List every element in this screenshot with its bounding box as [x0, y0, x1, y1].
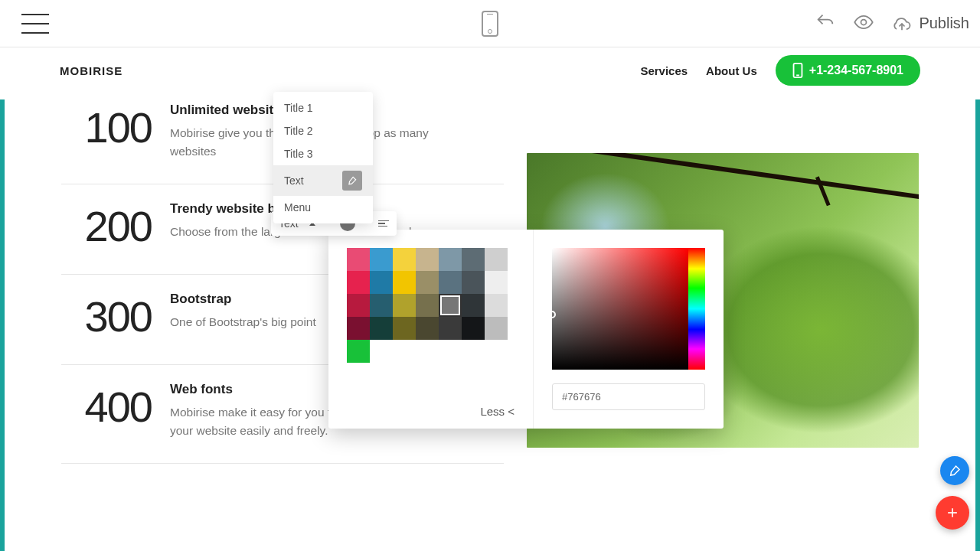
- color-swatch[interactable]: [485, 248, 508, 271]
- selection-border-left: [0, 99, 5, 551]
- color-swatch[interactable]: [393, 271, 416, 294]
- color-swatch[interactable]: [347, 271, 370, 294]
- feature-number: 400: [61, 382, 152, 440]
- brush-icon: [342, 171, 362, 191]
- color-swatch[interactable]: [416, 294, 439, 317]
- color-swatch[interactable]: [416, 248, 439, 271]
- preview-button[interactable]: [853, 11, 874, 36]
- color-swatch[interactable]: [347, 317, 370, 340]
- hex-input[interactable]: [552, 383, 705, 410]
- sv-panel[interactable]: [552, 248, 705, 370]
- device-preview-button[interactable]: [482, 11, 498, 37]
- feature-description[interactable]: One of Bootstrap's big point: [170, 313, 316, 331]
- style-option-label: Text: [284, 174, 304, 187]
- feature-number: 200: [61, 201, 152, 251]
- hamburger-menu-icon[interactable]: [21, 14, 49, 34]
- color-swatch[interactable]: [370, 294, 393, 317]
- feature-number: 100: [61, 103, 152, 161]
- hue-slider[interactable]: [688, 248, 705, 370]
- color-swatch[interactable]: [370, 271, 393, 294]
- selection-border-right: [975, 99, 980, 551]
- color-swatch[interactable]: [347, 340, 370, 363]
- undo-button[interactable]: [815, 11, 836, 36]
- color-swatch[interactable]: [370, 248, 393, 271]
- color-swatch[interactable]: [485, 271, 508, 294]
- color-swatch[interactable]: [416, 271, 439, 294]
- publish-label: Publish: [919, 15, 969, 32]
- plus-icon: [945, 505, 960, 520]
- style-option-title-2[interactable]: Title 2: [273, 119, 373, 142]
- color-swatch[interactable]: [439, 294, 462, 317]
- image-branch-decoration: [527, 153, 919, 201]
- style-fab[interactable]: [940, 456, 969, 485]
- site-header: MOBIRISE Services About Us +1-234-567-89…: [0, 47, 980, 93]
- brand-logo[interactable]: MOBIRISE: [60, 64, 122, 77]
- color-swatch[interactable]: [439, 271, 462, 294]
- undo-icon: [815, 11, 836, 33]
- publish-button[interactable]: Publish: [891, 13, 969, 34]
- color-swatch[interactable]: [462, 271, 485, 294]
- color-picker: Less <: [328, 230, 724, 429]
- cloud-upload-icon: [891, 13, 913, 34]
- align-icon[interactable]: [378, 220, 389, 227]
- color-swatch[interactable]: [347, 294, 370, 317]
- eye-icon: [853, 11, 874, 33]
- color-swatch[interactable]: [347, 248, 370, 271]
- style-option-text[interactable]: Text: [273, 165, 373, 196]
- nav-about[interactable]: About Us: [706, 64, 757, 77]
- brush-icon: [948, 464, 962, 478]
- nav: Services About Us +1-234-567-8901: [640, 55, 920, 86]
- add-block-fab[interactable]: [936, 496, 969, 530]
- color-swatch[interactable]: [393, 294, 416, 317]
- style-option-label: Title 1: [284, 102, 313, 114]
- style-option-label: Title 3: [284, 148, 313, 160]
- swatch-extra-row: [347, 340, 514, 363]
- color-swatch[interactable]: [416, 317, 439, 340]
- less-toggle[interactable]: Less <: [480, 405, 514, 418]
- style-option-title-3[interactable]: Title 3: [273, 142, 373, 165]
- style-option-label: Menu: [284, 201, 311, 214]
- color-swatch[interactable]: [462, 294, 485, 317]
- style-option-label: Title 2: [284, 125, 313, 137]
- swatch-grid: [347, 248, 514, 340]
- app-toolbar: Publish: [0, 0, 980, 47]
- color-swatch[interactable]: [370, 317, 393, 340]
- mobile-device-icon: [482, 11, 498, 37]
- color-swatch[interactable]: [462, 317, 485, 340]
- style-option-title-1[interactable]: Title 1: [273, 96, 373, 119]
- color-swatch[interactable]: [439, 317, 462, 340]
- feature-number: 300: [61, 292, 152, 341]
- saturation-value-box[interactable]: [552, 248, 688, 370]
- nav-services[interactable]: Services: [640, 64, 688, 77]
- color-swatch[interactable]: [439, 248, 462, 271]
- color-swatch[interactable]: [485, 294, 508, 317]
- text-style-dropdown[interactable]: Title 1Title 2Title 3TextMenu: [273, 92, 373, 223]
- color-swatch[interactable]: [393, 248, 416, 271]
- color-swatch[interactable]: [393, 317, 416, 340]
- phone-number: +1-234-567-8901: [809, 64, 903, 77]
- color-swatch[interactable]: [462, 248, 485, 271]
- sv-cursor[interactable]: [548, 311, 556, 318]
- phone-icon: [792, 63, 803, 78]
- feature-title[interactable]: Bootstrap: [170, 292, 316, 307]
- svg-point-0: [861, 19, 867, 24]
- color-swatch[interactable]: [485, 317, 508, 340]
- style-option-menu[interactable]: Menu: [273, 196, 373, 219]
- phone-button[interactable]: +1-234-567-8901: [776, 55, 920, 86]
